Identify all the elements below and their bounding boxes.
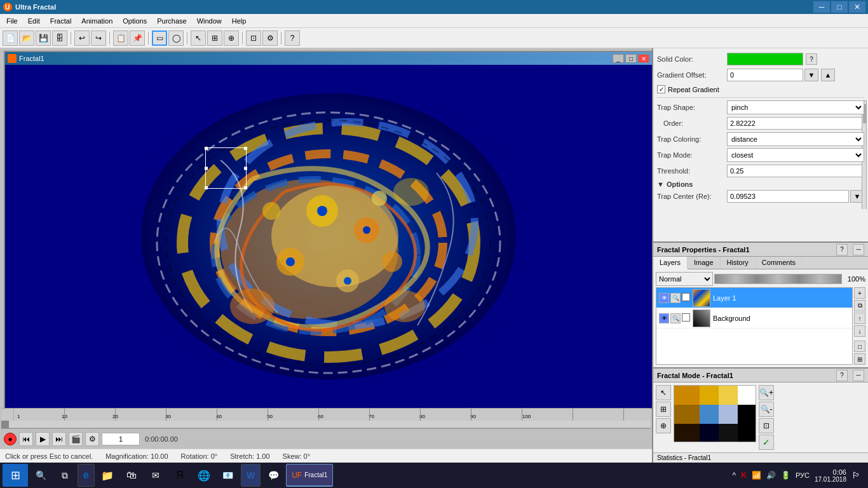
mail-button[interactable]: ✉ <box>144 464 167 487</box>
timeline-track[interactable] <box>1 421 651 428</box>
menu-animation[interactable]: Animation <box>76 14 118 27</box>
new-button[interactable]: 📄 <box>3 30 18 46</box>
delete-layer-button[interactable]: □ <box>854 341 865 352</box>
fm-grid-button[interactable]: ⊞ <box>656 402 671 417</box>
render-anim-button[interactable]: 🎬 <box>69 432 83 446</box>
trap-coloring-dropdown[interactable]: distance angle magnitude <box>727 132 864 146</box>
zoom-button[interactable]: ⊕ <box>224 30 239 46</box>
explorer-button[interactable]: 📁 <box>96 464 119 487</box>
layer-mode-select[interactable]: Normal Multiply Screen <box>656 272 713 286</box>
show-hidden-icons[interactable]: ^ <box>733 471 736 480</box>
search-button[interactable]: 🔍 <box>29 464 52 487</box>
gradient-offset-dropdown[interactable]: ▼ <box>804 69 818 81</box>
fm-zoom-out-btn[interactable]: 🔍- <box>759 402 774 417</box>
open-button[interactable]: 📂 <box>19 30 34 46</box>
tab-history[interactable]: History <box>721 257 756 269</box>
kaspersky-icon[interactable]: K <box>741 471 747 480</box>
move-layer-up-button[interactable]: ↑ <box>854 313 865 324</box>
ultrafractal-taskbar-item[interactable]: UF Fractal1 <box>286 464 333 487</box>
tab-image[interactable]: Image <box>688 257 721 269</box>
move-layer-down-button[interactable]: ↓ <box>854 325 865 337</box>
menu-file[interactable]: File <box>1 14 23 27</box>
play-button[interactable]: ▶ <box>36 432 50 446</box>
trap-shape-select[interactable]: pinch circle square <box>727 100 864 114</box>
undo-button[interactable]: ↩ <box>74 30 90 46</box>
tab-layers[interactable]: Layers <box>653 257 688 269</box>
menu-fractal[interactable]: Fractal <box>45 14 77 27</box>
menu-edit[interactable]: Edit <box>23 14 45 27</box>
wifi-icon[interactable]: 📶 <box>752 471 761 480</box>
minimize-button[interactable]: ─ <box>813 1 830 13</box>
menu-options[interactable]: Options <box>118 14 152 27</box>
background-eye-icon[interactable]: 👁 <box>659 313 669 323</box>
task-view-button[interactable]: ⧉ <box>53 464 76 487</box>
gradient-offset-up[interactable]: ▲ <box>821 69 835 81</box>
fp-help-button[interactable]: ? <box>836 244 848 255</box>
paste-button[interactable]: 📌 <box>130 30 145 46</box>
yandex-button[interactable]: Я <box>168 464 191 487</box>
order-input[interactable]: 2.82222 <box>727 117 864 130</box>
save-button[interactable]: 💾 <box>36 30 51 46</box>
keyboard-layout[interactable]: РУС <box>796 471 810 479</box>
maximize-button[interactable]: □ <box>831 1 848 13</box>
duplicate-layer-button[interactable]: ⧉ <box>854 300 865 311</box>
threshold-input[interactable]: 0.25 <box>727 165 864 177</box>
menu-window[interactable]: Window <box>192 14 227 27</box>
messenger-button[interactable]: 💬 <box>262 464 285 487</box>
store-button[interactable]: 🛍 <box>120 464 143 487</box>
chrome-button[interactable]: 🌐 <box>193 464 215 487</box>
merge-layer-button[interactable]: ⊞ <box>854 353 865 365</box>
fm-help-button[interactable]: ? <box>836 370 848 381</box>
trap-shape-dropdown[interactable]: pinch circle square <box>727 100 864 114</box>
next-frame-button[interactable]: ⏭ <box>52 432 66 446</box>
help-button[interactable]: ? <box>285 30 300 46</box>
layer-item-background[interactable]: 👁 🔍 Background <box>656 308 852 329</box>
clock-area[interactable]: 0:06 17.01.2018 <box>815 468 846 483</box>
solid-color-help[interactable]: ? <box>806 53 817 65</box>
anim-settings-button[interactable]: ⚙ <box>85 432 99 446</box>
layer1-zoom-icon[interactable]: 🔍 <box>670 293 681 303</box>
fm-zoom-in-btn[interactable]: 🔍+ <box>759 385 774 400</box>
menu-purchase[interactable]: Purchase <box>152 14 191 27</box>
fm-pointer-button[interactable]: ↖ <box>656 385 671 400</box>
fm-minimize-button[interactable]: ─ <box>853 370 864 381</box>
trap-center-re-input[interactable]: 0.09523 <box>727 190 849 203</box>
fm-check-btn[interactable]: ✓ <box>759 435 774 450</box>
layer1-checkbox[interactable] <box>682 293 690 301</box>
record-button[interactable]: ● <box>4 433 17 445</box>
notifications-icon[interactable]: 🏳 <box>851 470 860 480</box>
trap-mode-select[interactable]: closest farthest first <box>727 148 864 162</box>
outlook-button[interactable]: 📧 <box>217 464 240 487</box>
fractal-close[interactable]: ✕ <box>638 54 649 63</box>
trap-mode-dropdown[interactable]: closest farthest first <box>727 148 864 162</box>
layer-item-1[interactable]: 👁 🔍 Layer 1 <box>656 288 852 308</box>
background-zoom-icon[interactable]: 🔍 <box>670 313 681 323</box>
layer1-eye-icon[interactable]: 👁 <box>659 293 669 303</box>
pointer-button[interactable]: ↖ <box>191 30 206 46</box>
render-button[interactable]: ⚙ <box>262 30 278 46</box>
frame-input[interactable]: 1 <box>102 433 140 445</box>
fm-zoom-in-button[interactable]: ⊕ <box>656 418 671 433</box>
trap-coloring-select[interactable]: distance angle magnitude <box>727 132 864 146</box>
options-header[interactable]: ▼ Options <box>657 180 864 188</box>
prev-frame-button[interactable]: ⏮ <box>19 432 33 446</box>
background-checkbox[interactable] <box>682 313 690 322</box>
fractal-restore[interactable]: □ <box>625 54 637 63</box>
close-button[interactable]: ✕ <box>849 1 865 13</box>
solid-color-bar[interactable] <box>727 53 803 65</box>
menu-help[interactable]: Help <box>227 14 252 27</box>
copy-button[interactable]: 📋 <box>113 30 128 46</box>
fractal-canvas[interactable] <box>5 65 652 408</box>
battery-icon[interactable]: 🔋 <box>781 471 790 480</box>
tab-comments[interactable]: Comments <box>756 257 803 269</box>
grid-button[interactable]: ⊞ <box>207 30 222 46</box>
fractal-minimize[interactable]: _ <box>613 54 624 63</box>
start-button[interactable]: ⊞ <box>3 464 28 487</box>
select-circle-button[interactable]: ◯ <box>168 30 184 46</box>
select-rect-button[interactable]: ▭ <box>152 30 167 46</box>
redo-button[interactable]: ↪ <box>91 30 106 46</box>
saveas-button[interactable]: 🗄 <box>52 30 67 46</box>
add-layer-button[interactable]: + <box>854 287 865 299</box>
edge-button[interactable]: e <box>78 464 95 487</box>
volume-icon[interactable]: 🔊 <box>766 471 776 480</box>
